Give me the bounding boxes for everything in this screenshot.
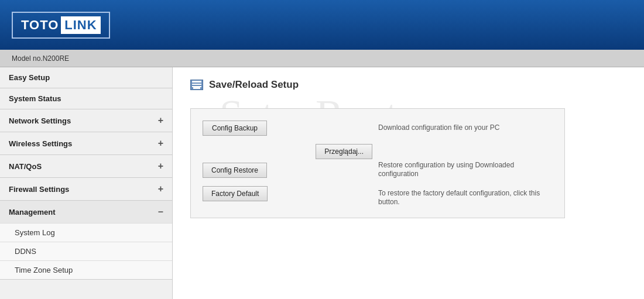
firewall-settings-expand-icon: + <box>158 184 163 194</box>
config-backup-description: Download configuration file on your PC <box>378 123 499 132</box>
factory-default-row: Factory Default To restore the factory d… <box>203 186 553 206</box>
sidebar-item-wireless-settings[interactable]: Wireless Settings + <box>0 132 172 155</box>
sidebar-subitem-ddns-label: DDNS <box>15 247 36 256</box>
factory-default-left: Factory Default <box>203 186 378 201</box>
wireless-settings-expand-icon: + <box>158 138 163 149</box>
config-backup-left: Config Backup <box>203 121 378 144</box>
sidebar-item-firewall-settings-header[interactable]: Firewall Settings + <box>0 178 172 200</box>
logo: TOTO LINK <box>12 12 110 39</box>
sidebar-subitem-time-zone-setup-label: Time Zone Setup <box>15 266 73 274</box>
logo-link: LINK <box>61 16 100 34</box>
config-restore-description: Restore configuration by using Downloade… <box>378 161 514 178</box>
content-area: SetupRouter.com Save/Reload Setup Config… <box>173 67 644 299</box>
config-backup-desc: Download configuration file on your PC <box>378 121 553 132</box>
sidebar-item-network-settings-label: Network Settings <box>9 116 71 125</box>
factory-default-button[interactable]: Factory Default <box>203 186 268 201</box>
sidebar-item-management-header[interactable]: Management – <box>0 201 172 223</box>
sidebar-item-easy-setup-label: Easy Setup <box>9 73 50 82</box>
sidebar-item-nat-qos-header[interactable]: NAT/QoS + <box>0 155 172 177</box>
config-restore-desc: Restore configuration by using Downloade… <box>378 144 553 178</box>
svg-rect-1 <box>192 84 201 85</box>
svg-rect-0 <box>192 81 201 83</box>
sidebar: Easy Setup System Status Network Setting… <box>0 67 173 299</box>
config-restore-row: Przeglądaj... Config Restore Restore con… <box>203 144 553 186</box>
header: TOTO LINK <box>0 0 644 50</box>
model-number: Model no.N200RE <box>12 54 69 63</box>
browse-button[interactable]: Przeglądaj... <box>316 144 372 159</box>
config-restore-button[interactable]: Config Restore <box>203 163 267 178</box>
management-expand-icon: – <box>158 207 163 217</box>
factory-default-description: To restore the factory default configura… <box>378 189 540 206</box>
sidebar-item-wireless-settings-header[interactable]: Wireless Settings + <box>0 132 172 154</box>
sidebar-subitem-system-log[interactable]: System Log <box>0 223 172 242</box>
sidebar-item-system-status[interactable]: System Status <box>0 88 172 109</box>
network-settings-expand-icon: + <box>158 115 163 126</box>
page-title-row: Save/Reload Setup <box>190 79 626 91</box>
config-backup-button[interactable]: Config Backup <box>203 121 267 136</box>
factory-default-desc: To restore the factory default configura… <box>378 186 553 206</box>
nat-qos-expand-icon: + <box>158 161 163 171</box>
sidebar-subitem-ddns[interactable]: DDNS <box>0 242 172 260</box>
sidebar-item-system-status-header[interactable]: System Status <box>0 88 172 109</box>
logo-toto: TOTO <box>21 18 59 33</box>
sidebar-item-management-label: Management <box>9 208 55 216</box>
sidebar-item-management[interactable]: Management – System Log DDNS Time Zone S… <box>0 201 172 280</box>
sidebar-item-wireless-settings-label: Wireless Settings <box>9 139 72 148</box>
sidebar-subitem-system-log-label: System Log <box>15 228 55 237</box>
page-title: Save/Reload Setup <box>209 79 299 91</box>
main-layout: Easy Setup System Status Network Setting… <box>0 67 644 299</box>
sidebar-item-firewall-settings-label: Firewall Settings <box>9 185 69 194</box>
sidebar-item-nat-qos-label: NAT/QoS <box>9 162 42 171</box>
sidebar-item-nat-qos[interactable]: NAT/QoS + <box>0 155 172 178</box>
config-restore-left: Przeglądaj... Config Restore <box>203 144 378 186</box>
page-icon <box>190 80 203 90</box>
config-backup-row: Config Backup Download configuration fil… <box>203 121 553 144</box>
sidebar-item-system-status-label: System Status <box>9 94 61 103</box>
sidebar-item-firewall-settings[interactable]: Firewall Settings + <box>0 178 172 201</box>
sidebar-subitem-time-zone-setup[interactable]: Time Zone Setup <box>0 260 172 279</box>
sidebar-item-network-settings-header[interactable]: Network Settings + <box>0 109 172 132</box>
sidebar-item-easy-setup[interactable]: Easy Setup <box>0 67 172 88</box>
form-area: Config Backup Download configuration fil… <box>190 108 565 218</box>
svg-rect-3 <box>193 87 200 89</box>
sidebar-item-easy-setup-header[interactable]: Easy Setup <box>0 67 172 88</box>
svg-rect-2 <box>192 86 201 87</box>
sidebar-item-network-settings[interactable]: Network Settings + <box>0 109 172 132</box>
sub-header: Model no.N200RE <box>0 50 644 67</box>
